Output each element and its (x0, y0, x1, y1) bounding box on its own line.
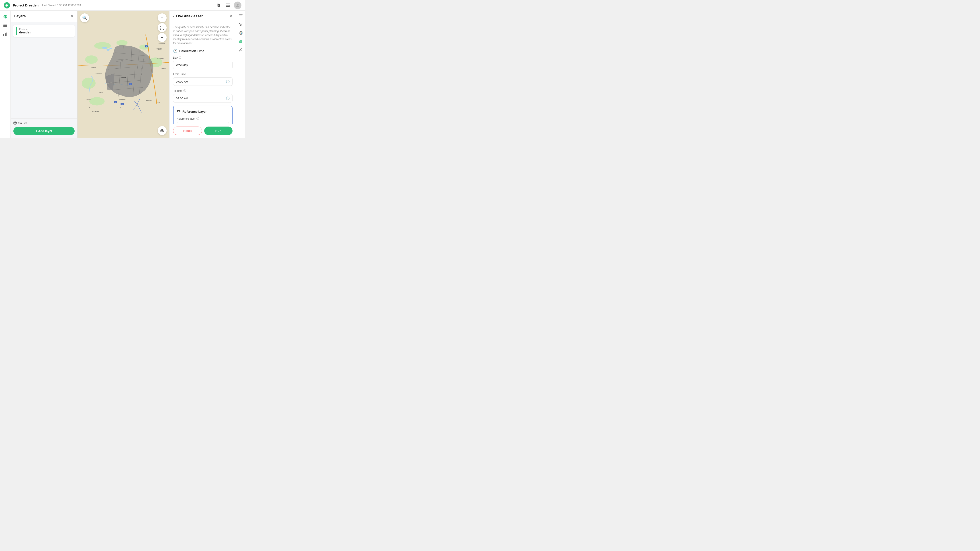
chart-icon-btn[interactable] (2, 30, 10, 38)
svg-point-1 (6, 5, 8, 6)
svg-text:Heidenau: Heidenau (146, 99, 152, 101)
right-panel: ‹ ÖV-Güteklassen ✕ The quality of access… (169, 11, 236, 138)
svg-rect-14 (3, 25, 7, 26)
svg-point-26 (89, 97, 105, 105)
svg-text:19: 19 (130, 83, 131, 84)
menu-icon-btn[interactable] (224, 2, 232, 9)
left-icon-bar (0, 11, 11, 138)
layers-close-btn[interactable]: ✕ (70, 14, 74, 19)
map-search-btn[interactable]: 🔍 (80, 13, 89, 22)
svg-rect-17 (5, 33, 6, 36)
app-header: Project Dresden Last Saved: 5:30 PM 12/0… (0, 0, 245, 11)
svg-text:17: 17 (115, 101, 116, 103)
from-time-clock-icon: 🕐 (226, 80, 230, 83)
svg-point-19 (14, 122, 17, 123)
documents-icon-btn[interactable] (215, 2, 222, 9)
svg-text:Pirna: Pirna (157, 101, 160, 103)
reference-layer-section: Reference Layer Reference layer ⓘ dresde… (173, 106, 232, 124)
svg-text:Dohna: Dohna (137, 104, 142, 106)
app-logo (3, 2, 10, 9)
map-area[interactable]: Radeburg Ottendorf- Okrilla Radeberg Cos… (78, 11, 169, 138)
back-btn[interactable]: ‹ (173, 14, 174, 19)
zoom-in-btn[interactable]: + (158, 13, 167, 22)
svg-rect-75 (240, 17, 242, 17)
svg-text:17: 17 (122, 104, 123, 105)
ref-layer-title: Reference Layer (182, 110, 207, 113)
run-btn[interactable]: Run (204, 127, 233, 135)
svg-rect-18 (6, 32, 7, 36)
layers-icon-btn[interactable] (2, 13, 10, 21)
svg-text:Bannewitz: Bannewitz (119, 99, 126, 100)
list-icon-btn[interactable] (2, 21, 10, 29)
add-layer-btn[interactable]: + Add layer (13, 127, 75, 135)
app-title: Project Dresden (13, 3, 38, 7)
ref-layer-icon (177, 109, 181, 114)
svg-point-12 (237, 4, 239, 6)
header-actions (215, 2, 242, 9)
from-time-label: From Time ⓘ (173, 72, 232, 76)
right-panel-header: ‹ ÖV-Güteklassen ✕ (170, 11, 236, 22)
reference-layer-item[interactable]: dresden (177, 122, 229, 124)
day-help-icon: ⓘ (179, 56, 181, 59)
layer-menu-btn[interactable]: ⋮ (68, 29, 72, 33)
svg-point-27 (102, 46, 107, 49)
palette-icon-btn[interactable] (237, 29, 244, 37)
map-zoom-controls: + − (158, 13, 167, 42)
svg-point-78 (241, 32, 242, 33)
right-panel-title: ÖV-Güteklassen (176, 14, 228, 18)
svg-text:Ottendorf-: Ottendorf- (156, 47, 162, 49)
svg-point-21 (116, 40, 127, 46)
layer-info: Feature dresden (19, 28, 66, 34)
source-row: Source (13, 121, 75, 125)
from-time-field[interactable]: 07:00 AM 🕐 (173, 77, 232, 86)
svg-rect-16 (3, 34, 4, 36)
svg-point-83 (240, 41, 240, 42)
to-time-field[interactable]: 09:00 AM 🕐 (173, 94, 232, 102)
svg-text:Radeburg: Radeburg (159, 43, 165, 45)
right-panel-close-btn[interactable]: ✕ (229, 14, 232, 19)
svg-text:Radebeul: Radebeul (95, 72, 102, 74)
svg-point-80 (240, 33, 241, 34)
svg-text:Dresden: Dresden (121, 76, 126, 78)
layer-type: Feature (19, 28, 66, 30)
reset-btn[interactable]: Reset (173, 127, 202, 135)
layers-footer: Source + Add layer (11, 118, 77, 138)
add-layer-label: + Add layer (36, 129, 52, 133)
map-fit-btn[interactable] (158, 23, 167, 32)
svg-point-29 (110, 48, 112, 49)
zoom-out-btn[interactable]: − (158, 33, 167, 42)
map-layers-toggle-btn[interactable] (158, 126, 167, 135)
last-saved: Last Saved: 5:30 PM 12/03/2024 (42, 4, 81, 7)
to-time-label: To Time ⓘ (173, 89, 232, 93)
svg-text:Rabenau: Rabenau (89, 107, 95, 108)
layer-item-dresden[interactable]: Feature dresden ⋮ (13, 25, 75, 37)
svg-rect-13 (3, 24, 7, 24)
filter-list-icon-btn[interactable] (237, 13, 244, 20)
panel-description: The quality of accessibility is a decisi… (173, 25, 232, 45)
wrench-icon-btn[interactable] (237, 46, 244, 54)
layers-list: Feature dresden ⋮ (11, 22, 77, 118)
ref-layer-help-icon: ⓘ (196, 117, 199, 121)
to-time-clock-icon: 🕐 (226, 97, 230, 100)
svg-rect-74 (239, 16, 242, 16)
filter-icon-btn[interactable] (237, 21, 244, 28)
main-layout: Layers ✕ Feature dresden ⋮ Source + Add … (0, 11, 245, 138)
svg-point-79 (241, 33, 242, 34)
layer-color-indicator (16, 27, 17, 35)
layer-name: dresden (19, 30, 66, 34)
to-time-help-icon: ⓘ (183, 89, 186, 93)
tools-icon-btn[interactable] (237, 38, 244, 45)
svg-rect-81 (239, 41, 242, 43)
svg-text:Kreischa: Kreischa (120, 107, 126, 108)
calc-time-title: Calculation Time (179, 49, 204, 53)
day-field[interactable]: Weekday (173, 61, 232, 69)
source-icon (13, 121, 17, 125)
svg-text:4: 4 (146, 46, 147, 47)
svg-text:Tharandt: Tharandt (86, 99, 91, 100)
avatar[interactable] (234, 2, 242, 9)
svg-point-84 (241, 41, 242, 42)
clock-icon: 🕐 (173, 49, 178, 53)
right-panel-footer: Reset Run (170, 124, 236, 138)
svg-text:Radeberg: Radeberg (158, 57, 164, 59)
svg-rect-73 (239, 14, 243, 15)
